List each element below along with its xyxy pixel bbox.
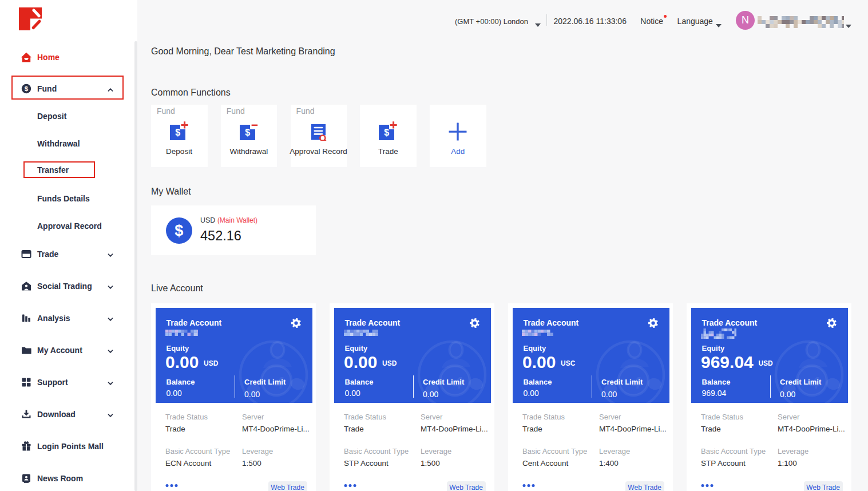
svg-text:$: $ [385,128,390,137]
svg-text:$: $ [245,128,250,137]
svg-text:$: $ [175,128,180,137]
